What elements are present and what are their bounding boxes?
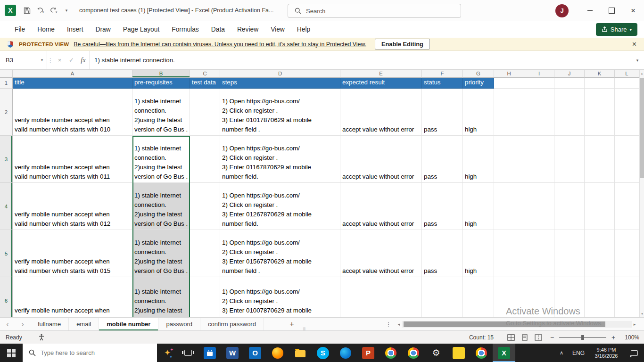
col-header-b[interactable]: B — [132, 70, 190, 78]
col-header-j[interactable]: J — [554, 70, 585, 78]
tab-data[interactable]: Data — [205, 21, 231, 38]
cell-i1[interactable] — [524, 78, 554, 89]
enable-editing-button[interactable]: Enable Editing — [375, 39, 430, 49]
cell-k1[interactable] — [585, 78, 615, 89]
cancel-entry-icon[interactable] — [54, 51, 66, 69]
taskbar-app-outlook[interactable] — [244, 344, 266, 362]
tab-formulas[interactable]: Formulas — [165, 21, 205, 38]
redo-button[interactable] — [47, 4, 59, 16]
cell-l3[interactable] — [615, 136, 639, 183]
row-header-4[interactable]: 4 — [0, 183, 13, 230]
cell-h1[interactable] — [494, 78, 524, 89]
scroll-left-icon[interactable] — [396, 322, 402, 327]
cell-a6[interactable]: verify mobile number accept when — [13, 277, 132, 317]
scroll-down-icon[interactable] — [640, 310, 644, 317]
zoom-slider[interactable] — [559, 337, 606, 338]
cell-a5[interactable]: verify mobile number accept when valid n… — [13, 230, 132, 277]
undo-dropdown-icon[interactable] — [42, 10, 44, 14]
col-header-d[interactable]: D — [220, 70, 340, 78]
cell-b1[interactable]: pre-requisites — [132, 78, 190, 89]
sheet-tab-overflow-icon[interactable] — [384, 318, 393, 331]
cell-g3[interactable]: high — [463, 136, 494, 183]
sheet-tab-mobile-number[interactable]: mobile number — [99, 318, 158, 330]
cell-c1[interactable]: test data — [190, 78, 220, 89]
taskbar-app-chrome-3[interactable] — [470, 344, 493, 362]
cell-d1[interactable]: steps — [220, 78, 340, 89]
cell-j4[interactable] — [554, 183, 585, 230]
cell-b2[interactable]: 1) stable internet connection. 2)using t… — [132, 89, 190, 136]
clock[interactable]: 9:46 PM 3/16/2026 — [588, 347, 624, 359]
maximize-button[interactable] — [601, 0, 622, 21]
col-header-h[interactable]: H — [494, 70, 524, 78]
cell-b4[interactable]: 1) stable internet connection. 2)using t… — [132, 183, 190, 230]
cell-g2[interactable]: high — [463, 89, 494, 136]
zoom-slider-thumb[interactable] — [581, 335, 584, 340]
cell-j6[interactable] — [554, 277, 585, 317]
scroll-right-icon[interactable] — [632, 322, 637, 327]
cell-e6[interactable] — [340, 277, 422, 317]
cell-k2[interactable] — [585, 89, 615, 136]
cell-d4[interactable]: 1) Open https://go-bus.com/ 2) Click on … — [220, 183, 340, 230]
start-button[interactable] — [0, 344, 23, 362]
taskbar-app-sticky-notes[interactable] — [447, 344, 470, 362]
language-indicator[interactable]: ENG — [569, 350, 588, 356]
taskbar-app-excel-active[interactable] — [493, 344, 515, 362]
zoom-level[interactable]: 100% — [620, 334, 639, 341]
cell-h5[interactable] — [494, 230, 524, 277]
expand-formula-bar-icon[interactable] — [631, 51, 644, 69]
col-header-e[interactable]: E — [340, 70, 422, 78]
accessibility-icon[interactable] — [38, 334, 45, 341]
cell-k6[interactable] — [585, 277, 615, 317]
sheet-tab-email[interactable]: email — [69, 318, 99, 330]
cell-c6[interactable] — [190, 277, 220, 317]
cell-d5[interactable]: 1) Open https://go-bus.com/ 2) Click on … — [220, 230, 340, 277]
cell-h6[interactable] — [494, 277, 524, 317]
close-button[interactable] — [622, 0, 644, 21]
cell-j1[interactable] — [554, 78, 585, 89]
cell-g5[interactable]: high — [463, 230, 494, 277]
cell-f4[interactable]: pass — [422, 183, 463, 230]
cell-e4[interactable]: accept value without error — [340, 183, 422, 230]
cell-e5[interactable]: accept value without error — [340, 230, 422, 277]
taskbar-app-powerpoint[interactable] — [357, 344, 380, 362]
cell-l4[interactable] — [615, 183, 639, 230]
taskbar-search-box[interactable] — [23, 344, 157, 362]
row-header-1[interactable]: 1 — [0, 78, 13, 89]
taskbar-app-edge[interactable] — [334, 344, 357, 362]
zoom-out-button[interactable] — [549, 334, 555, 341]
chevron-down-icon[interactable] — [41, 58, 43, 62]
select-all-corner[interactable] — [0, 70, 13, 78]
taskbar-app-store[interactable] — [198, 344, 221, 362]
sheet-tab-password[interactable]: password — [158, 318, 200, 330]
normal-view-icon[interactable] — [507, 334, 515, 341]
cell-l5[interactable] — [615, 230, 639, 277]
cell-j2[interactable] — [554, 89, 585, 136]
col-header-g[interactable]: G — [463, 70, 494, 78]
tab-insert[interactable]: Insert — [61, 21, 90, 38]
taskbar-search-input[interactable] — [41, 349, 135, 356]
share-button[interactable]: Share — [596, 23, 637, 36]
tab-home[interactable]: Home — [31, 21, 61, 38]
taskbar-app-chrome-2[interactable] — [402, 344, 425, 362]
task-view-button[interactable] — [178, 344, 198, 362]
vertical-scroll-thumb[interactable] — [640, 78, 644, 178]
cell-b6[interactable]: 1) stable internet connection. 2)using t… — [132, 277, 190, 317]
taskbar-app-file-explorer[interactable] — [289, 344, 312, 362]
cell-k4[interactable] — [585, 183, 615, 230]
cell-l1[interactable] — [615, 78, 639, 89]
vertical-scrollbar[interactable] — [639, 70, 644, 317]
office-search-box[interactable]: Search — [288, 4, 461, 18]
row-header-6[interactable]: 6 — [0, 277, 13, 317]
cell-f5[interactable]: pass — [422, 230, 463, 277]
page-layout-view-icon[interactable] — [520, 334, 528, 341]
horizontal-scrollbar[interactable] — [396, 320, 637, 329]
cell-h4[interactable] — [494, 183, 524, 230]
col-header-a[interactable]: A — [13, 70, 132, 78]
cell-e3[interactable]: accept value without error — [340, 136, 422, 183]
minimize-button[interactable] — [579, 0, 601, 21]
save-button[interactable] — [21, 4, 33, 16]
close-message-bar-icon[interactable] — [632, 40, 636, 49]
cell-e2[interactable]: accept value without error — [340, 89, 422, 136]
insert-function-icon[interactable]: fx — [77, 51, 89, 69]
cell-a3[interactable]: verify mobile number accept when valid n… — [13, 136, 132, 183]
